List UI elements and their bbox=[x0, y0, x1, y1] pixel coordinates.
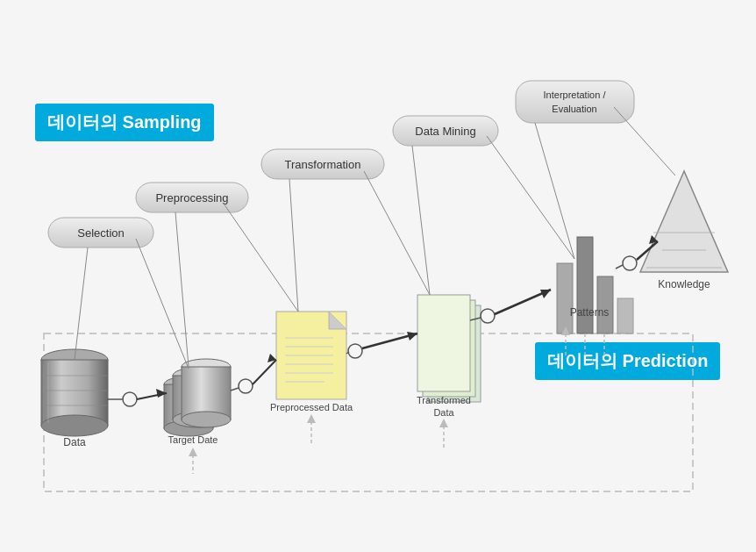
svg-point-82 bbox=[623, 256, 637, 270]
svg-point-3 bbox=[41, 415, 108, 436]
svg-rect-44 bbox=[617, 298, 633, 333]
svg-point-17 bbox=[182, 412, 231, 427]
svg-marker-33 bbox=[307, 414, 316, 423]
svg-line-89 bbox=[224, 204, 298, 312]
main-container: 데이터의 Sampling 데이터의 Prediction bbox=[0, 0, 756, 552]
svg-marker-20 bbox=[189, 448, 197, 456]
svg-line-88 bbox=[175, 212, 189, 367]
diagram-svg: Data Target Date Preproces bbox=[0, 0, 756, 552]
svg-rect-36 bbox=[417, 295, 470, 391]
svg-line-94 bbox=[535, 123, 574, 259]
svg-rect-42 bbox=[577, 237, 593, 333]
svg-point-78 bbox=[481, 309, 495, 323]
svg-text:Preprocessing: Preprocessing bbox=[155, 191, 228, 204]
svg-text:Selection: Selection bbox=[77, 226, 124, 240]
svg-text:Data Mining: Data Mining bbox=[415, 125, 475, 138]
svg-text:Data: Data bbox=[433, 407, 454, 418]
svg-line-86 bbox=[75, 247, 88, 360]
svg-line-93 bbox=[487, 136, 574, 259]
svg-marker-50 bbox=[640, 171, 728, 272]
svg-line-71 bbox=[231, 388, 239, 391]
svg-marker-40 bbox=[439, 419, 448, 427]
svg-text:Target Date: Target Date bbox=[168, 434, 218, 445]
svg-line-72 bbox=[253, 360, 276, 384]
svg-text:Interpretation /: Interpretation / bbox=[544, 90, 607, 100]
svg-rect-43 bbox=[597, 276, 613, 333]
svg-text:Knowledge: Knowledge bbox=[658, 278, 710, 290]
svg-line-92 bbox=[412, 146, 430, 295]
svg-text:Transformed: Transformed bbox=[417, 395, 471, 405]
svg-point-70 bbox=[239, 379, 253, 393]
svg-point-74 bbox=[348, 344, 362, 358]
svg-point-66 bbox=[123, 392, 137, 406]
svg-line-91 bbox=[364, 171, 430, 295]
svg-line-95 bbox=[614, 107, 675, 176]
svg-line-87 bbox=[136, 239, 189, 369]
svg-text:Patterns: Patterns bbox=[570, 306, 610, 319]
svg-rect-0 bbox=[44, 333, 693, 491]
svg-text:Preprocessed Data: Preprocessed Data bbox=[270, 402, 353, 412]
svg-line-90 bbox=[289, 179, 298, 312]
svg-text:Transformation: Transformation bbox=[285, 158, 361, 171]
svg-rect-63 bbox=[516, 81, 634, 123]
svg-rect-41 bbox=[557, 263, 573, 333]
svg-text:Evaluation: Evaluation bbox=[552, 104, 596, 114]
svg-line-83 bbox=[616, 265, 623, 269]
data-label: Data bbox=[63, 436, 86, 448]
